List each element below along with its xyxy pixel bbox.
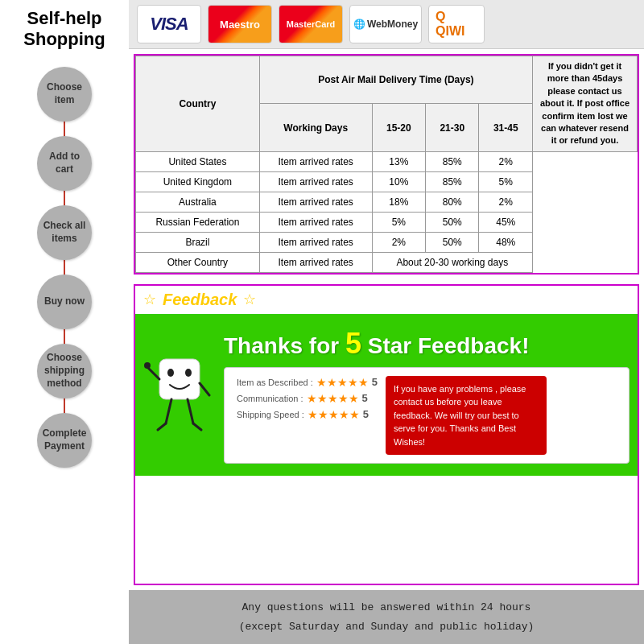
- ru-1520: 5%: [372, 212, 425, 232]
- svg-line-8: [158, 423, 166, 430]
- footer-line2: (except Saturday and Sunday and public h…: [137, 617, 636, 636]
- footer: Any questions will be answered within 24…: [129, 590, 644, 644]
- us-1520: 13%: [372, 151, 425, 171]
- item-described-stars: ★★★★★: [316, 376, 369, 389]
- rate-label-uk: Item arrived rates: [259, 171, 372, 192]
- us-2130: 85%: [426, 151, 479, 171]
- step-item-buy-now[interactable]: Buy now: [37, 275, 92, 329]
- delivery-note: If you didn't get it more than 45days pl…: [533, 56, 638, 152]
- country-br: Brazil: [136, 232, 260, 252]
- rating-row-communication: Communication : ★★★★★ 5: [237, 392, 378, 405]
- mastercard-text: MasterCard: [287, 19, 336, 29]
- main-content: VISA Maestro MasterCard 🌐 WebMoney Q QIW…: [129, 0, 644, 644]
- contact-note: If you have any problems , please contac…: [386, 376, 547, 456]
- shipping-stars: ★★★★★: [308, 408, 360, 421]
- mascot-figure: [143, 347, 216, 444]
- shipping-value: 5: [363, 408, 369, 420]
- svg-rect-0: [159, 359, 200, 399]
- feedback-ratings-box: Item as Described : ★★★★★ 5 Communicatio…: [224, 367, 630, 464]
- step-item-choose-shipping[interactable]: Chooseshippingmethod: [37, 344, 92, 398]
- item-described-value: 5: [372, 376, 378, 388]
- communication-stars: ★★★★★: [307, 392, 359, 405]
- other-days: About 20-30 working days: [372, 252, 532, 272]
- rate-label-us: Item arrived rates: [259, 151, 372, 171]
- feedback-thanks-text: Thanks for 5 Star Feedback!: [224, 326, 630, 361]
- webmoney-text: WebMoney: [367, 19, 418, 30]
- rating-row-described: Item as Described : ★★★★★ 5: [237, 376, 378, 389]
- qiwi-text: Q QIWI: [436, 10, 477, 39]
- rate-label-other: Item arrived rates: [259, 252, 372, 272]
- delivery-section: Country Post Air Mail Delivery Time (Day…: [134, 54, 639, 275]
- table-row: United States Item arrived rates 13% 85%…: [136, 151, 638, 171]
- col-31-45: 31-45: [479, 104, 533, 151]
- visa-text: VISA: [150, 14, 188, 35]
- svg-point-4: [144, 362, 151, 369]
- country-us: United States: [136, 151, 260, 171]
- sidebar-title: Self-helpShopping: [23, 8, 105, 51]
- table-row: United Kingdom Item arrived rates 10% 85…: [136, 171, 638, 192]
- country-uk: United Kingdom: [136, 171, 260, 192]
- maestro-logo: Maestro: [208, 5, 272, 43]
- svg-point-1: [167, 369, 174, 377]
- step-item-choose-item[interactable]: Chooseitem: [37, 67, 92, 122]
- webmoney-logo: 🌐 WebMoney: [349, 5, 422, 43]
- au-2130: 80%: [426, 192, 479, 212]
- maestro-text: Maestro: [220, 19, 260, 31]
- svg-line-9: [193, 423, 201, 430]
- star-deco-left-icon: ☆: [143, 291, 156, 308]
- rate-label-br: Item arrived rates: [259, 232, 372, 252]
- svg-line-7: [188, 399, 193, 423]
- qiwi-logo: Q QIWI: [428, 5, 485, 43]
- step-circle-choose-shipping[interactable]: Chooseshippingmethod: [37, 344, 92, 398]
- sidebar-steps: Chooseitem Add tocart Check allitems Buy…: [0, 67, 129, 482]
- au-3145: 2%: [479, 192, 533, 212]
- col-country: Country: [136, 56, 260, 152]
- feedback-header: ☆ Feedback ☆: [135, 286, 638, 314]
- step-item-check-items[interactable]: Check allitems: [37, 205, 92, 260]
- step-circle-buy-now[interactable]: Buy now: [37, 275, 92, 329]
- svg-line-3: [147, 367, 159, 379]
- delivery-header: Post Air Mail Delivery Time (Days): [259, 56, 532, 104]
- step-circle-complete-payment[interactable]: CompletePayment: [37, 413, 92, 468]
- ru-3145: 45%: [479, 212, 533, 232]
- uk-1520: 10%: [372, 171, 425, 192]
- table-row: Russian Federation Item arrived rates 5%…: [136, 212, 638, 232]
- col-15-20: 15-20: [372, 104, 425, 151]
- communication-value: 5: [362, 392, 368, 404]
- payment-bar: VISA Maestro MasterCard 🌐 WebMoney Q QIW…: [129, 0, 644, 49]
- table-row: Australia Item arrived rates 18% 80% 2%: [136, 192, 638, 212]
- col-working-days: Working Days: [259, 104, 372, 151]
- mastercard-logo: MasterCard: [279, 5, 343, 43]
- svg-line-5: [200, 383, 209, 395]
- uk-2130: 85%: [426, 171, 479, 192]
- feedback-banner: Thanks for 5 Star Feedback! Item as Desc…: [135, 314, 638, 477]
- col-21-30: 21-30: [426, 104, 479, 151]
- country-ru: Russian Federation: [136, 212, 260, 232]
- footer-line1: Any questions will be answered within 24…: [137, 598, 636, 617]
- step-item-complete-payment[interactable]: CompletePayment: [37, 413, 92, 468]
- communication-label: Communication :: [237, 394, 303, 403]
- rate-label-ru: Item arrived rates: [259, 212, 372, 232]
- br-3145: 48%: [479, 232, 533, 252]
- ratings-list: Item as Described : ★★★★★ 5 Communicatio…: [237, 376, 378, 456]
- country-au: Australia: [136, 192, 260, 212]
- au-1520: 18%: [372, 192, 425, 212]
- ru-2130: 50%: [426, 212, 479, 232]
- visa-logo: VISA: [137, 5, 201, 43]
- shipping-label: Shipping Speed :: [237, 410, 304, 419]
- step-circle-choose-item[interactable]: Chooseitem: [37, 67, 92, 122]
- webmoney-icon: 🌐: [353, 19, 365, 30]
- feedback-title: Feedback: [163, 291, 237, 309]
- step-circle-add-to-cart[interactable]: Add tocart: [37, 136, 92, 191]
- step-circle-check-items[interactable]: Check allitems: [37, 205, 92, 260]
- table-row: Other Country Item arrived rates About 2…: [136, 252, 638, 272]
- rate-label-au: Item arrived rates: [259, 192, 372, 212]
- step-item-add-to-cart[interactable]: Add tocart: [37, 136, 92, 191]
- svg-point-2: [185, 369, 192, 377]
- rating-row-shipping: Shipping Speed : ★★★★★ 5: [237, 408, 378, 421]
- five-star-number: 5: [345, 327, 361, 360]
- us-3145: 2%: [479, 151, 533, 171]
- br-1520: 2%: [372, 232, 425, 252]
- sidebar: Self-helpShopping Chooseitem Add tocart …: [0, 0, 129, 644]
- svg-line-6: [166, 399, 171, 423]
